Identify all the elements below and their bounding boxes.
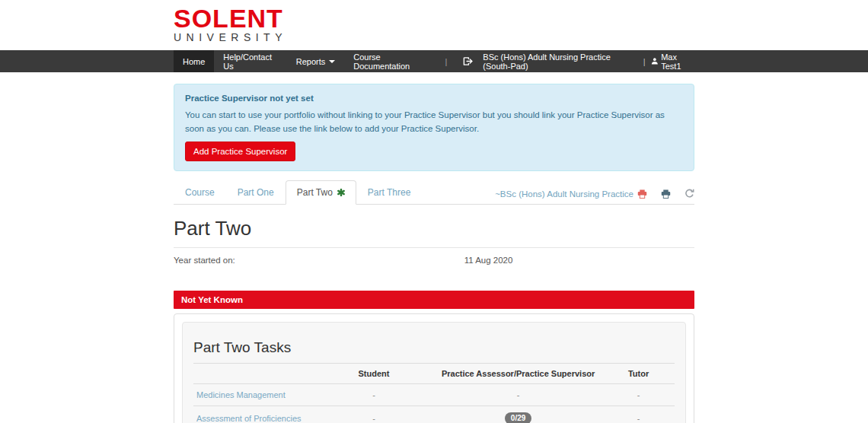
cell-student: - bbox=[314, 384, 434, 406]
alert-body: You can start to use your portfolio with… bbox=[185, 109, 683, 136]
alert-title: Practice Supervisor not yet set bbox=[185, 92, 683, 106]
tab-course-label: Course bbox=[185, 187, 215, 198]
refresh-button[interactable] bbox=[685, 189, 694, 199]
year-started-row: Year started on: 11 Aug 2020 bbox=[174, 248, 694, 272]
tasks-well: Part Two Tasks Student Practice Assessor… bbox=[182, 322, 686, 423]
tab-course[interactable]: Course bbox=[174, 180, 226, 205]
tab-part-one-label: Part One bbox=[238, 187, 274, 198]
nav-reports-dropdown[interactable]: Reports bbox=[287, 50, 345, 72]
logo-solent: SOLENT bbox=[174, 6, 694, 30]
part-two-tasks-heading: Part Two Tasks bbox=[193, 332, 675, 364]
nav-home[interactable]: Home bbox=[174, 50, 214, 72]
nav-divider-2: | bbox=[643, 57, 646, 66]
status-banner: Not Yet Known bbox=[174, 291, 694, 309]
assessment-of-proficiencies-link[interactable]: Assessment of Proficiencies bbox=[196, 414, 302, 423]
course-pdf-link[interactable]: ~BSc (Hons) Adult Nursing Practice bbox=[495, 189, 647, 199]
nav-help-contact[interactable]: Help/Contact Us bbox=[214, 50, 286, 72]
nav-course-doc-label: Course Documentation bbox=[353, 52, 429, 71]
print-pdf-icon bbox=[637, 189, 647, 199]
page-title: Part Two bbox=[174, 217, 694, 248]
cell-paps: - bbox=[434, 384, 602, 406]
medicines-management-link[interactable]: Medicines Management bbox=[196, 390, 286, 399]
printer-icon bbox=[661, 189, 671, 199]
sign-out-icon bbox=[462, 56, 474, 66]
course-pdf-link-label: ~BSc (Hons) Adult Nursing Practice bbox=[495, 189, 633, 199]
logo-university: UNIVERSITY bbox=[174, 31, 694, 43]
tab-part-two[interactable]: Part Two bbox=[286, 180, 356, 205]
part-two-tasks-table: Student Practice Assessor/Practice Super… bbox=[193, 364, 675, 423]
print-button[interactable] bbox=[661, 189, 671, 199]
nav-help-label: Help/Contact Us bbox=[223, 52, 277, 71]
year-started-value: 11 Aug 2020 bbox=[464, 256, 513, 265]
asterisk-icon bbox=[337, 189, 345, 196]
year-started-label: Year started on: bbox=[174, 256, 464, 265]
cell-tutor: - bbox=[602, 406, 675, 423]
logout-button[interactable] bbox=[453, 50, 483, 72]
col-student: Student bbox=[314, 364, 434, 384]
main-navbar: Home Help/Contact Us Reports Course Docu… bbox=[0, 50, 868, 72]
table-header-row: Student Practice Assessor/Practice Super… bbox=[193, 364, 675, 384]
user-menu[interactable]: Max Test1 bbox=[651, 52, 694, 71]
tab-part-one[interactable]: Part One bbox=[226, 180, 286, 205]
username: Max Test1 bbox=[661, 52, 694, 71]
cell-tutor: - bbox=[602, 384, 675, 406]
tab-part-three[interactable]: Part Three bbox=[356, 180, 422, 205]
col-tutor: Tutor bbox=[602, 364, 675, 384]
tasks-panel: Part Two Tasks Student Practice Assessor… bbox=[174, 313, 694, 423]
practice-supervisor-alert: Practice Supervisor not yet set You can … bbox=[174, 84, 694, 171]
part-tabs: Course Part One Part Two Part Three ~BSc… bbox=[174, 180, 694, 205]
nav-reports-label: Reports bbox=[296, 57, 326, 66]
table-row: Medicines Management - - - bbox=[193, 384, 675, 406]
add-practice-supervisor-button[interactable]: Add Practice Supervisor bbox=[185, 142, 295, 161]
tab-part-three-label: Part Three bbox=[368, 187, 410, 198]
site-header: SOLENT UNIVERSITY bbox=[0, 0, 868, 50]
chevron-down-icon bbox=[329, 60, 335, 63]
count-badge: 0/29 bbox=[505, 412, 531, 423]
refresh-icon bbox=[685, 189, 694, 199]
cell-student: - bbox=[314, 406, 434, 423]
nav-course-documentation[interactable]: Course Documentation bbox=[344, 50, 439, 72]
nav-home-label: Home bbox=[183, 57, 205, 66]
navbar-course-label: BSc (Hons) Adult Nursing Practice (South… bbox=[483, 52, 637, 71]
university-logo: SOLENT UNIVERSITY bbox=[174, 0, 694, 43]
col-task bbox=[193, 364, 314, 384]
user-icon bbox=[651, 57, 659, 65]
nav-divider: | bbox=[439, 50, 453, 72]
col-practice-assessor: Practice Assessor/Practice Supervisor bbox=[434, 364, 602, 384]
table-row: Assessment of Proficiencies - 0/29 - bbox=[193, 406, 675, 423]
tab-part-two-label: Part Two bbox=[297, 187, 333, 198]
